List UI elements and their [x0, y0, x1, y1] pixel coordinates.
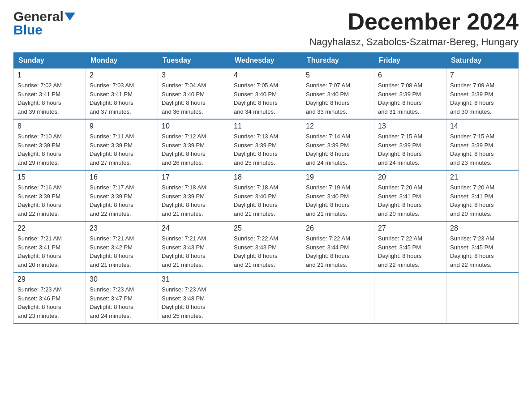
day-info: Sunrise: 7:22 AMSunset: 3:43 PMDaylight:…	[234, 234, 298, 269]
day-number: 13	[378, 122, 442, 130]
calendar-cell	[374, 272, 446, 323]
calendar-cell: 3Sunrise: 7:04 AMSunset: 3:40 PMDaylight…	[158, 68, 230, 120]
day-number: 22	[17, 224, 82, 232]
day-info: Sunrise: 7:11 AMSunset: 3:39 PMDaylight:…	[90, 132, 154, 167]
logo-general-text: General	[13, 9, 64, 24]
day-info: Sunrise: 7:21 AMSunset: 3:41 PMDaylight:…	[17, 234, 82, 269]
day-number: 24	[162, 224, 226, 232]
calendar-cell: 21Sunrise: 7:20 AMSunset: 3:41 PMDayligh…	[446, 170, 519, 221]
header-cell-saturday: Saturday	[446, 53, 519, 68]
calendar-cell: 29Sunrise: 7:23 AMSunset: 3:46 PMDayligh…	[14, 272, 86, 323]
day-info: Sunrise: 7:20 AMSunset: 3:41 PMDaylight:…	[378, 183, 442, 218]
day-number: 21	[450, 173, 515, 181]
week-row-1: 1Sunrise: 7:02 AMSunset: 3:41 PMDaylight…	[14, 68, 519, 120]
calendar-cell: 14Sunrise: 7:15 AMSunset: 3:39 PMDayligh…	[446, 119, 519, 170]
calendar-cell: 15Sunrise: 7:16 AMSunset: 3:39 PMDayligh…	[14, 170, 86, 221]
day-number: 6	[378, 71, 442, 79]
calendar-cell: 12Sunrise: 7:14 AMSunset: 3:39 PMDayligh…	[302, 119, 374, 170]
day-info: Sunrise: 7:10 AMSunset: 3:39 PMDaylight:…	[17, 132, 82, 167]
day-info: Sunrise: 7:09 AMSunset: 3:39 PMDaylight:…	[450, 81, 515, 116]
calendar-cell: 17Sunrise: 7:18 AMSunset: 3:39 PMDayligh…	[158, 170, 230, 221]
logo-line2: Blue	[13, 22, 75, 38]
day-number: 11	[234, 122, 298, 130]
day-info: Sunrise: 7:08 AMSunset: 3:39 PMDaylight:…	[378, 81, 442, 116]
logo: General Blue	[13, 9, 75, 38]
day-number: 2	[90, 71, 154, 79]
main-title: December 2024	[309, 9, 519, 34]
calendar-header: SundayMondayTuesdayWednesdayThursdayFrid…	[14, 53, 519, 68]
calendar-cell: 31Sunrise: 7:23 AMSunset: 3:48 PMDayligh…	[158, 272, 230, 323]
calendar-cell: 13Sunrise: 7:15 AMSunset: 3:39 PMDayligh…	[374, 119, 446, 170]
day-number: 12	[306, 122, 370, 130]
header-cell-monday: Monday	[86, 53, 158, 68]
title-block: December 2024 Nagyhalasz, Szabolcs-Szatm…	[309, 9, 519, 48]
day-info: Sunrise: 7:07 AMSunset: 3:40 PMDaylight:…	[306, 81, 370, 116]
header-cell-friday: Friday	[374, 53, 446, 68]
calendar-cell: 30Sunrise: 7:23 AMSunset: 3:47 PMDayligh…	[86, 272, 158, 323]
day-info: Sunrise: 7:20 AMSunset: 3:41 PMDaylight:…	[450, 183, 515, 218]
week-row-3: 15Sunrise: 7:16 AMSunset: 3:39 PMDayligh…	[14, 170, 519, 221]
day-info: Sunrise: 7:18 AMSunset: 3:40 PMDaylight:…	[234, 183, 298, 218]
subtitle: Nagyhalasz, Szabolcs-Szatmar-Bereg, Hung…	[309, 36, 519, 48]
week-row-2: 8Sunrise: 7:10 AMSunset: 3:39 PMDaylight…	[14, 119, 519, 170]
day-info: Sunrise: 7:02 AMSunset: 3:41 PMDaylight:…	[17, 81, 82, 116]
day-number: 9	[90, 122, 154, 130]
day-number: 10	[162, 122, 226, 130]
calendar-cell: 10Sunrise: 7:12 AMSunset: 3:39 PMDayligh…	[158, 119, 230, 170]
calendar-cell	[230, 272, 302, 323]
day-number: 16	[90, 173, 154, 181]
calendar-cell: 22Sunrise: 7:21 AMSunset: 3:41 PMDayligh…	[14, 221, 86, 272]
day-info: Sunrise: 7:19 AMSunset: 3:40 PMDaylight:…	[306, 183, 370, 218]
header-cell-thursday: Thursday	[302, 53, 374, 68]
day-info: Sunrise: 7:15 AMSunset: 3:39 PMDaylight:…	[378, 132, 442, 167]
header-cell-sunday: Sunday	[14, 53, 86, 68]
day-number: 20	[378, 173, 442, 181]
calendar-cell	[302, 272, 374, 323]
day-info: Sunrise: 7:14 AMSunset: 3:39 PMDaylight:…	[306, 132, 370, 167]
calendar-cell: 2Sunrise: 7:03 AMSunset: 3:41 PMDaylight…	[86, 68, 158, 120]
day-number: 27	[378, 224, 442, 232]
calendar-cell	[446, 272, 519, 323]
header-cell-tuesday: Tuesday	[158, 53, 230, 68]
calendar-cell: 5Sunrise: 7:07 AMSunset: 3:40 PMDaylight…	[302, 68, 374, 120]
day-number: 15	[17, 173, 82, 181]
calendar-cell: 6Sunrise: 7:08 AMSunset: 3:39 PMDaylight…	[374, 68, 446, 120]
header-row: SundayMondayTuesdayWednesdayThursdayFrid…	[14, 53, 519, 68]
calendar-cell: 23Sunrise: 7:21 AMSunset: 3:42 PMDayligh…	[86, 221, 158, 272]
day-number: 18	[234, 173, 298, 181]
day-number: 31	[162, 275, 226, 283]
day-info: Sunrise: 7:04 AMSunset: 3:40 PMDaylight:…	[162, 81, 226, 116]
page-header: General Blue December 2024 Nagyhalasz, S…	[13, 9, 519, 48]
day-info: Sunrise: 7:05 AMSunset: 3:40 PMDaylight:…	[234, 81, 298, 116]
day-number: 25	[234, 224, 298, 232]
day-info: Sunrise: 7:23 AMSunset: 3:48 PMDaylight:…	[162, 285, 226, 320]
day-info: Sunrise: 7:13 AMSunset: 3:39 PMDaylight:…	[234, 132, 298, 167]
day-info: Sunrise: 7:18 AMSunset: 3:39 PMDaylight:…	[162, 183, 226, 218]
day-info: Sunrise: 7:15 AMSunset: 3:39 PMDaylight:…	[450, 132, 515, 167]
header-cell-wednesday: Wednesday	[230, 53, 302, 68]
day-info: Sunrise: 7:03 AMSunset: 3:41 PMDaylight:…	[90, 81, 154, 116]
calendar-cell: 25Sunrise: 7:22 AMSunset: 3:43 PMDayligh…	[230, 221, 302, 272]
day-number: 17	[162, 173, 226, 181]
calendar-cell: 27Sunrise: 7:22 AMSunset: 3:45 PMDayligh…	[374, 221, 446, 272]
day-info: Sunrise: 7:17 AMSunset: 3:39 PMDaylight:…	[90, 183, 154, 218]
calendar-cell: 4Sunrise: 7:05 AMSunset: 3:40 PMDaylight…	[230, 68, 302, 120]
day-number: 3	[162, 71, 226, 79]
day-number: 8	[17, 122, 82, 130]
calendar-cell: 16Sunrise: 7:17 AMSunset: 3:39 PMDayligh…	[86, 170, 158, 221]
day-info: Sunrise: 7:22 AMSunset: 3:44 PMDaylight:…	[306, 234, 370, 269]
day-info: Sunrise: 7:23 AMSunset: 3:46 PMDaylight:…	[17, 285, 82, 320]
day-info: Sunrise: 7:21 AMSunset: 3:42 PMDaylight:…	[90, 234, 154, 269]
calendar-cell: 11Sunrise: 7:13 AMSunset: 3:39 PMDayligh…	[230, 119, 302, 170]
logo-arrow-icon	[64, 13, 75, 21]
day-info: Sunrise: 7:12 AMSunset: 3:39 PMDaylight:…	[162, 132, 226, 167]
week-row-5: 29Sunrise: 7:23 AMSunset: 3:46 PMDayligh…	[14, 272, 519, 323]
calendar-cell: 8Sunrise: 7:10 AMSunset: 3:39 PMDaylight…	[14, 119, 86, 170]
calendar-cell: 1Sunrise: 7:02 AMSunset: 3:41 PMDaylight…	[14, 68, 86, 120]
day-number: 30	[90, 275, 154, 283]
week-row-4: 22Sunrise: 7:21 AMSunset: 3:41 PMDayligh…	[14, 221, 519, 272]
day-number: 23	[90, 224, 154, 232]
calendar-cell: 19Sunrise: 7:19 AMSunset: 3:40 PMDayligh…	[302, 170, 374, 221]
calendar-table: SundayMondayTuesdayWednesdayThursdayFrid…	[13, 52, 519, 324]
day-number: 19	[306, 173, 370, 181]
